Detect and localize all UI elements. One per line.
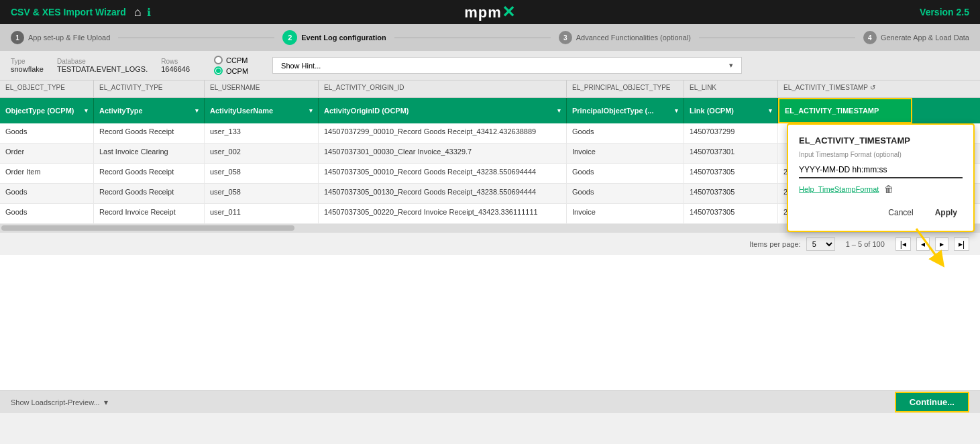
cell: 14507037301_00030_Clear Invoice_43329.7: [319, 144, 567, 163]
rows-value: 1646646: [161, 65, 190, 73]
timestamp-format-input[interactable]: [799, 162, 963, 178]
step-2[interactable]: 2 Event Log configuration: [282, 30, 386, 45]
cell: Record Goods Receipt: [94, 164, 205, 183]
database-label: Database: [57, 58, 148, 65]
type-label: Type: [11, 58, 44, 65]
step-3-label: Advanced Functionalities (optional): [576, 34, 691, 42]
raw-header-1: EL_OBJECT_TYPE: [0, 80, 94, 97]
step-1-number: 1: [11, 31, 24, 44]
popup-cancel-button[interactable]: Cancel: [883, 205, 918, 220]
cell: 14507037299_00010_Record Goods Receipt_4…: [319, 123, 567, 143]
radio-group: CCPM OCPM: [214, 56, 248, 75]
page-first-button[interactable]: |◂: [895, 237, 911, 251]
cell: 14507037305: [684, 184, 778, 203]
app-header: CSV & XES Import Wizard ⌂ ℹ mpm✕ Version…: [0, 0, 980, 24]
popup-arrow: [910, 229, 946, 266]
cell: user_002: [205, 144, 319, 163]
popup-buttons: Cancel Apply: [799, 205, 963, 220]
cell: Record Invoice Receipt: [94, 204, 205, 223]
raw-header-row: EL_OBJECT_TYPE EL_ACTIVITY_TYPE EL_USERN…: [0, 80, 980, 98]
cell: 14507037305_00130_Record Goods Receipt_4…: [319, 184, 567, 203]
mapped-cell-7[interactable]: EL_ACTIVITY_TIMESTAMP: [778, 98, 912, 123]
footer: Show Loadscript-Preview... ▾ Continue...: [0, 390, 980, 413]
cell: user_058: [205, 184, 319, 203]
mapped-cell-3[interactable]: ActivityUserName▾: [205, 98, 319, 123]
cell: Goods: [0, 204, 94, 223]
popup-help-row: Help_TimeStampFormat 🗑: [799, 184, 963, 195]
chevron-down-icon: ▾: [104, 398, 108, 407]
database-field: Database TESTDATA.EVENT_LOGS.: [57, 58, 148, 73]
database-value: TESTDATA.EVENT_LOGS.: [57, 65, 148, 73]
wizard-steps: 1 App set-up & File Upload 2 Event Log c…: [0, 24, 980, 51]
step-4[interactable]: 4 Generate App & Load Data: [863, 31, 969, 44]
cell: Goods: [567, 184, 684, 203]
cell: Order Item: [0, 164, 94, 183]
cell: Goods: [567, 164, 684, 183]
type-value: snowflake: [11, 65, 44, 73]
raw-header-7: EL_ACTIVITY_TIMESTAMP ↺: [778, 80, 912, 97]
cell: Record Goods Receipt: [94, 184, 205, 203]
home-icon[interactable]: ⌂: [134, 5, 142, 19]
rows-field: Rows 1646646: [161, 58, 190, 73]
step-4-label: Generate App & Load Data: [881, 34, 969, 42]
step-3-number: 3: [559, 31, 572, 44]
step-2-label: Event Log configuration: [301, 34, 386, 42]
raw-header-3: EL_USERNAME: [205, 80, 319, 97]
mapped-cell-1[interactable]: ObjectType (OCPM)▾: [0, 98, 94, 123]
step-4-number: 4: [863, 31, 877, 44]
svg-line-1: [916, 229, 940, 261]
preview-text: Show Loadscript-Preview...: [11, 398, 100, 406]
raw-header-2: EL_ACTIVITY_TYPE: [94, 80, 205, 97]
radio-ccpm[interactable]: CCPM: [214, 56, 248, 64]
cell: Invoice: [567, 144, 684, 163]
cell: user_133: [205, 123, 319, 143]
cell: 14507037305: [684, 204, 778, 223]
type-field: Type snowflake: [11, 58, 44, 73]
hint-dropdown-label: Show Hint...: [281, 62, 321, 70]
mapped-cell-6[interactable]: Link (OCPM)▾: [684, 98, 778, 123]
cell: 14507037299: [684, 123, 778, 143]
info-icon[interactable]: ℹ: [147, 6, 151, 19]
hint-dropdown-arrow: ▾: [729, 61, 733, 70]
step-2-number: 2: [282, 30, 297, 45]
raw-header-5: EL_PRINCIPAL_OBJECT_TYPE: [567, 80, 684, 97]
popup-subtitle: Input Timestamp Format (optional): [799, 151, 963, 158]
step-1-label: App set-up & File Upload: [28, 34, 110, 42]
info-bar: Type snowflake Database TESTDATA.EVENT_L…: [0, 51, 980, 80]
mapped-header-row: ObjectType (OCPM)▾ ActivityType▾ Activit…: [0, 98, 980, 123]
mapped-cell-4[interactable]: ActivityOriginID (OCPM)▾: [319, 98, 567, 123]
loadscript-preview[interactable]: Show Loadscript-Preview... ▾: [11, 398, 108, 407]
items-per-page-select[interactable]: 5 10 20: [806, 237, 835, 251]
hint-dropdown[interactable]: Show Hint... ▾: [272, 57, 742, 74]
app-title: CSV & XES Import Wizard: [11, 7, 126, 17]
popup-title: EL_ACTIVITY_TIMESTAMP: [799, 135, 963, 146]
rows-label: Rows: [161, 58, 190, 65]
mapped-cell-5[interactable]: PrincipalObjectType (...▾: [567, 98, 684, 123]
raw-header-6: EL_LINK: [684, 80, 778, 97]
cell: 14507037305: [684, 164, 778, 183]
pagination-info: 1 – 5 of 100: [846, 240, 885, 248]
help-link[interactable]: Help_TimeStampFormat: [799, 185, 879, 193]
delete-icon[interactable]: 🗑: [884, 184, 893, 195]
page-last-button[interactable]: ▸|: [954, 237, 969, 251]
cell: Order: [0, 144, 94, 163]
cell: 14507037305_00010_Record Goods Receipt_4…: [319, 164, 567, 183]
cell: 14507037301: [684, 144, 778, 163]
logo: mpm✕: [464, 3, 516, 21]
cell: user_058: [205, 164, 319, 183]
cell: Goods: [567, 123, 684, 143]
cell: Goods: [0, 184, 94, 203]
items-per-page-label: Items per page:: [749, 240, 800, 248]
step-1[interactable]: 1 App set-up & File Upload: [11, 31, 110, 44]
cell: Last Invoice Clearing: [94, 144, 205, 163]
popup-apply-button[interactable]: Apply: [930, 205, 963, 220]
mapped-cell-2[interactable]: ActivityType▾: [94, 98, 205, 123]
cell: Goods: [0, 123, 94, 143]
main-content: EL_OBJECT_TYPE EL_ACTIVITY_TYPE EL_USERN…: [0, 80, 980, 390]
cell: Record Goods Receipt: [94, 123, 205, 143]
cell: Invoice: [567, 204, 684, 223]
step-3[interactable]: 3 Advanced Functionalities (optional): [559, 31, 691, 44]
radio-ocpm[interactable]: OCPM: [214, 66, 248, 75]
continue-button[interactable]: Continue...: [895, 392, 969, 412]
raw-header-4: EL_ACTIVITY_ORIGIN_ID: [319, 80, 567, 97]
